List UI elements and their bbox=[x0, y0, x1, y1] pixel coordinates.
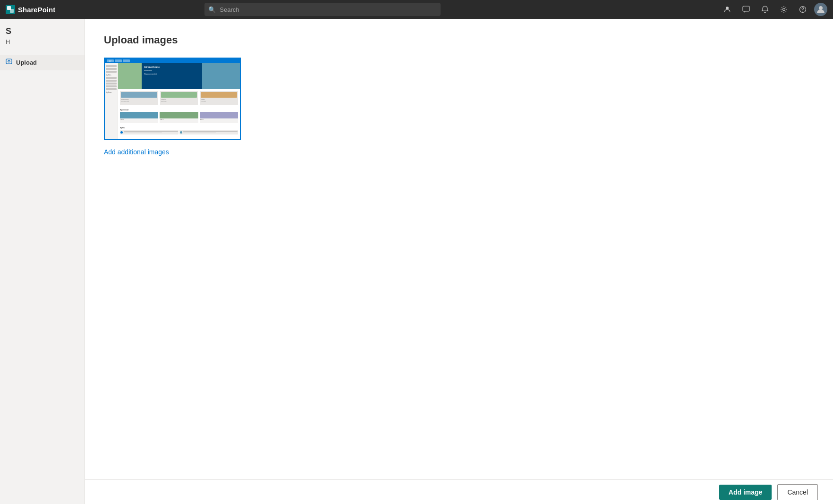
sp-screenshot-preview: SP My Sites My News bbox=[105, 59, 240, 139]
sp-card-3: Update More text bbox=[200, 91, 238, 105]
sp-news-title: My workload bbox=[120, 109, 238, 111]
sp-hero-text: Intranet home Welcome Stay connected bbox=[144, 66, 160, 76]
sp-news-item-3: Item 3 bbox=[200, 112, 238, 123]
app-name: SharePoint bbox=[18, 6, 55, 14]
sp-mywork-cell-2 bbox=[179, 130, 238, 134]
left-panel-top: S H bbox=[0, 19, 85, 49]
topbar: SharePoint 🔍 bbox=[0, 0, 833, 19]
sp-cards-section: News headline Description text Article t… bbox=[118, 89, 240, 107]
settings-icon-button[interactable] bbox=[776, 2, 791, 17]
search-container: 🔍 bbox=[204, 3, 441, 16]
page-title: Upload images bbox=[104, 34, 814, 46]
sp-mywork-title: My first bbox=[120, 127, 238, 129]
sp-main: Intranet home Welcome Stay connected New… bbox=[118, 63, 240, 139]
uploaded-image-thumbnail[interactable]: SP My Sites My News bbox=[104, 58, 241, 140]
content-area: Upload images SP My Sites bbox=[85, 19, 833, 504]
people-icon-button[interactable] bbox=[720, 2, 735, 17]
sp-hero-img-right bbox=[202, 63, 240, 89]
cancel-button[interactable]: Cancel bbox=[777, 484, 818, 500]
upload-label: Upload bbox=[16, 59, 37, 66]
search-input[interactable] bbox=[204, 3, 441, 16]
sp-card-1: News headline Description text bbox=[120, 91, 158, 105]
notifications-icon-button[interactable] bbox=[757, 2, 773, 17]
bottom-bar: Add image Cancel bbox=[85, 479, 833, 504]
sidebar-nav: Upload bbox=[0, 55, 85, 70]
site-subtitle-initial: H bbox=[6, 38, 79, 45]
svg-rect-4 bbox=[743, 6, 749, 11]
site-title-initial: S bbox=[6, 26, 79, 36]
left-panel: S H Upload bbox=[0, 19, 85, 504]
search-icon: 🔍 bbox=[208, 6, 216, 13]
upload-icon bbox=[6, 59, 12, 67]
sp-news-section: My workload Item 1 Item 2 bbox=[118, 107, 240, 125]
chat-icon-button[interactable] bbox=[739, 2, 754, 17]
svg-point-3 bbox=[726, 7, 729, 9]
sp-mywork-cell-1 bbox=[120, 130, 178, 134]
svg-point-7 bbox=[802, 11, 803, 11]
sp-topbar: SP bbox=[105, 59, 240, 63]
topbar-actions bbox=[720, 2, 827, 17]
sp-news-item-1: Item 1 bbox=[120, 112, 158, 123]
app-logo[interactable]: SharePoint bbox=[6, 5, 62, 14]
user-avatar[interactable] bbox=[814, 3, 827, 16]
main-wrapper: S H Upload Upload images SP bbox=[0, 19, 833, 504]
sp-hero: Intranet home Welcome Stay connected bbox=[118, 63, 240, 89]
add-additional-images-link[interactable]: Add additional images bbox=[104, 148, 169, 156]
svg-rect-2 bbox=[10, 9, 14, 13]
sidebar-item-upload[interactable]: Upload bbox=[0, 55, 85, 70]
svg-point-8 bbox=[819, 6, 823, 10]
sp-mywork-row-1 bbox=[120, 130, 238, 134]
sp-sidebar: My Sites My News bbox=[105, 63, 118, 139]
sp-mywork: My first bbox=[118, 125, 240, 137]
svg-point-5 bbox=[782, 8, 785, 11]
sp-card-2: Article title Short desc bbox=[160, 91, 198, 105]
sp-news-items: Item 1 Item 2 Item 3 bbox=[120, 112, 238, 123]
sp-news-item-2: Item 2 bbox=[160, 112, 198, 123]
add-image-button[interactable]: Add image bbox=[719, 485, 772, 500]
sp-hero-img-left bbox=[118, 63, 142, 89]
help-icon-button[interactable] bbox=[795, 2, 810, 17]
sp-body: My Sites My News Intranet home bbox=[105, 63, 240, 139]
